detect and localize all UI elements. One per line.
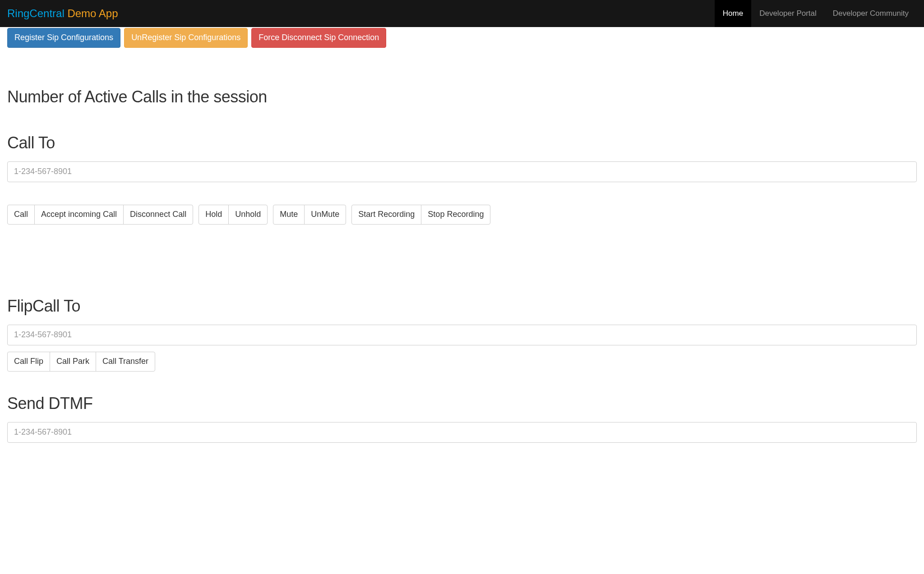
call-park-button[interactable]: Call Park — [50, 352, 96, 372]
heading-call-to: Call To — [7, 133, 917, 152]
accept-incoming-call-button[interactable]: Accept incoming Call — [34, 205, 124, 225]
nav-links: Home Developer Portal Developer Communit… — [715, 0, 917, 27]
nav-developer-community[interactable]: Developer Community — [825, 0, 917, 27]
disconnect-call-button[interactable]: Disconnect Call — [123, 205, 193, 225]
heading-flipcall-to: FlipCall To — [7, 297, 917, 316]
call-button[interactable]: Call — [7, 205, 35, 225]
flip-action-buttons: Call Flip Call Park Call Transfer — [7, 352, 155, 372]
heading-active-calls: Number of Active Calls in the session — [7, 87, 917, 106]
force-disconnect-sip-button[interactable]: Force Disconnect Sip Connection — [251, 28, 386, 48]
unmute-button[interactable]: UnMute — [304, 205, 346, 225]
unhold-button[interactable]: Unhold — [228, 205, 268, 225]
nav-home[interactable]: Home — [715, 0, 751, 27]
mute-button[interactable]: Mute — [273, 205, 305, 225]
flipcall-to-input[interactable] — [7, 325, 917, 345]
sip-config-buttons: Register Sip Configurations UnRegister S… — [7, 28, 917, 48]
call-flip-button[interactable]: Call Flip — [7, 352, 50, 372]
nav-developer-portal[interactable]: Developer Portal — [751, 0, 825, 27]
send-dtmf-input[interactable] — [7, 422, 917, 443]
stop-recording-button[interactable]: Stop Recording — [421, 205, 490, 225]
navbar: RingCentral Demo App Home Developer Port… — [0, 0, 924, 27]
call-to-input[interactable] — [7, 161, 917, 182]
heading-send-dtmf: Send DTMF — [7, 394, 917, 413]
unregister-sip-button[interactable]: UnRegister Sip Configurations — [124, 28, 248, 48]
hold-button[interactable]: Hold — [199, 205, 229, 225]
register-sip-button[interactable]: Register Sip Configurations — [7, 28, 120, 48]
brand-link[interactable]: RingCentral Demo App — [7, 0, 118, 27]
start-recording-button[interactable]: Start Recording — [351, 205, 421, 225]
brand-part-2: Demo App — [67, 7, 118, 19]
brand-part-1: RingCentral — [7, 7, 65, 19]
call-transfer-button[interactable]: Call Transfer — [96, 352, 155, 372]
call-action-buttons: Call Accept incoming Call Disconnect Cal… — [7, 205, 917, 225]
